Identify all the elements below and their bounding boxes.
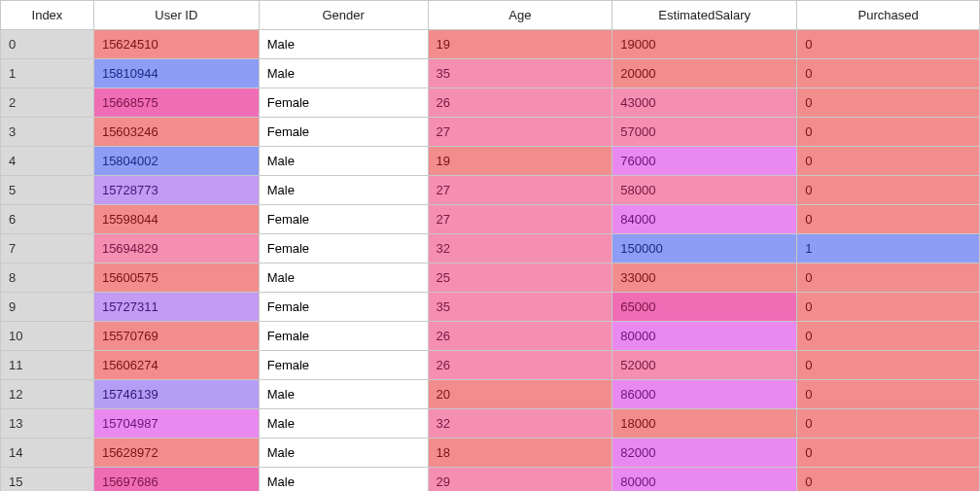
cell-purchased[interactable]: 0 <box>797 88 980 118</box>
col-header-userid[interactable]: User ID <box>93 1 259 30</box>
cell-index[interactable]: 14 <box>1 438 94 468</box>
cell-salary[interactable]: 150000 <box>612 234 797 263</box>
cell-purchased[interactable]: 0 <box>797 322 980 351</box>
col-header-purchased[interactable]: Purchased <box>797 1 980 30</box>
cell-salary[interactable]: 43000 <box>612 88 797 118</box>
cell-purchased[interactable]: 1 <box>797 234 980 263</box>
cell-purchased[interactable]: 0 <box>797 438 980 468</box>
cell-purchased[interactable]: 0 <box>797 409 980 438</box>
cell-age[interactable]: 19 <box>428 147 612 176</box>
cell-age[interactable]: 27 <box>428 176 612 205</box>
cell-purchased[interactable]: 0 <box>797 380 980 409</box>
cell-userid[interactable]: 15727311 <box>93 293 259 322</box>
cell-userid[interactable]: 15728773 <box>93 176 259 205</box>
cell-gender[interactable]: Male <box>259 147 428 176</box>
cell-index[interactable]: 4 <box>1 147 94 176</box>
cell-userid[interactable]: 15746139 <box>93 380 259 409</box>
cell-gender[interactable]: Male <box>259 30 428 59</box>
cell-index[interactable]: 6 <box>1 205 94 234</box>
cell-purchased[interactable]: 0 <box>797 118 980 147</box>
cell-salary[interactable]: 80000 <box>612 468 797 492</box>
cell-age[interactable]: 27 <box>428 118 612 147</box>
cell-gender[interactable]: Female <box>259 118 428 147</box>
cell-salary[interactable]: 19000 <box>612 30 797 59</box>
cell-salary[interactable]: 18000 <box>612 409 797 438</box>
cell-salary[interactable]: 86000 <box>612 380 797 409</box>
cell-userid[interactable]: 15603246 <box>93 118 259 147</box>
cell-index[interactable]: 5 <box>1 176 94 205</box>
cell-salary[interactable]: 57000 <box>612 118 797 147</box>
cell-salary[interactable]: 20000 <box>612 59 797 88</box>
cell-userid[interactable]: 15628972 <box>93 438 259 468</box>
cell-gender[interactable]: Male <box>259 438 428 468</box>
cell-purchased[interactable]: 0 <box>797 59 980 88</box>
cell-purchased[interactable]: 0 <box>797 205 980 234</box>
cell-index[interactable]: 0 <box>1 30 94 59</box>
cell-salary[interactable]: 76000 <box>612 147 797 176</box>
cell-userid[interactable]: 15694829 <box>93 234 259 263</box>
cell-index[interactable]: 12 <box>1 380 94 409</box>
col-header-age[interactable]: Age <box>428 1 612 30</box>
cell-gender[interactable]: Male <box>259 409 428 438</box>
cell-age[interactable]: 35 <box>428 293 612 322</box>
cell-purchased[interactable]: 0 <box>797 147 980 176</box>
col-header-index[interactable]: Index <box>1 1 94 30</box>
cell-age[interactable]: 19 <box>428 30 612 59</box>
cell-index[interactable]: 8 <box>1 263 94 293</box>
cell-index[interactable]: 10 <box>1 322 94 351</box>
cell-age[interactable]: 18 <box>428 438 612 468</box>
cell-userid[interactable]: 15668575 <box>93 88 259 118</box>
cell-salary[interactable]: 84000 <box>612 205 797 234</box>
cell-userid[interactable]: 15704987 <box>93 409 259 438</box>
cell-userid[interactable]: 15570769 <box>93 322 259 351</box>
cell-salary[interactable]: 65000 <box>612 293 797 322</box>
cell-userid[interactable]: 15810944 <box>93 59 259 88</box>
cell-gender[interactable]: Female <box>259 88 428 118</box>
cell-age[interactable]: 26 <box>428 351 612 380</box>
cell-index[interactable]: 9 <box>1 293 94 322</box>
cell-gender[interactable]: Female <box>259 293 428 322</box>
cell-age[interactable]: 26 <box>428 88 612 118</box>
cell-index[interactable]: 15 <box>1 468 94 492</box>
cell-gender[interactable]: Male <box>259 176 428 205</box>
cell-age[interactable]: 27 <box>428 205 612 234</box>
cell-index[interactable]: 3 <box>1 118 94 147</box>
cell-purchased[interactable]: 0 <box>797 263 980 293</box>
cell-salary[interactable]: 82000 <box>612 438 797 468</box>
cell-age[interactable]: 26 <box>428 322 612 351</box>
cell-salary[interactable]: 58000 <box>612 176 797 205</box>
cell-gender[interactable]: Male <box>259 380 428 409</box>
cell-salary[interactable]: 80000 <box>612 322 797 351</box>
cell-salary[interactable]: 52000 <box>612 351 797 380</box>
cell-userid[interactable]: 15804002 <box>93 147 259 176</box>
cell-purchased[interactable]: 0 <box>797 351 980 380</box>
cell-index[interactable]: 2 <box>1 88 94 118</box>
cell-age[interactable]: 25 <box>428 263 612 293</box>
cell-userid[interactable]: 15697686 <box>93 468 259 492</box>
cell-gender[interactable]: Female <box>259 322 428 351</box>
cell-gender[interactable]: Female <box>259 351 428 380</box>
col-header-gender[interactable]: Gender <box>259 1 428 30</box>
cell-gender[interactable]: Male <box>259 59 428 88</box>
cell-age[interactable]: 20 <box>428 380 612 409</box>
cell-age[interactable]: 32 <box>428 409 612 438</box>
cell-userid[interactable]: 15624510 <box>93 30 259 59</box>
cell-purchased[interactable]: 0 <box>797 30 980 59</box>
cell-gender[interactable]: Male <box>259 468 428 492</box>
col-header-salary[interactable]: EstimatedSalary <box>612 1 797 30</box>
cell-userid[interactable]: 15606274 <box>93 351 259 380</box>
cell-age[interactable]: 32 <box>428 234 612 263</box>
cell-index[interactable]: 1 <box>1 59 94 88</box>
cell-userid[interactable]: 15598044 <box>93 205 259 234</box>
cell-index[interactable]: 13 <box>1 409 94 438</box>
cell-gender[interactable]: Male <box>259 263 428 293</box>
cell-gender[interactable]: Female <box>259 205 428 234</box>
cell-salary[interactable]: 33000 <box>612 263 797 293</box>
cell-gender[interactable]: Female <box>259 234 428 263</box>
cell-age[interactable]: 29 <box>428 468 612 492</box>
cell-purchased[interactable]: 0 <box>797 468 980 492</box>
cell-age[interactable]: 35 <box>428 59 612 88</box>
cell-userid[interactable]: 15600575 <box>93 263 259 293</box>
cell-index[interactable]: 11 <box>1 351 94 380</box>
cell-purchased[interactable]: 0 <box>797 176 980 205</box>
